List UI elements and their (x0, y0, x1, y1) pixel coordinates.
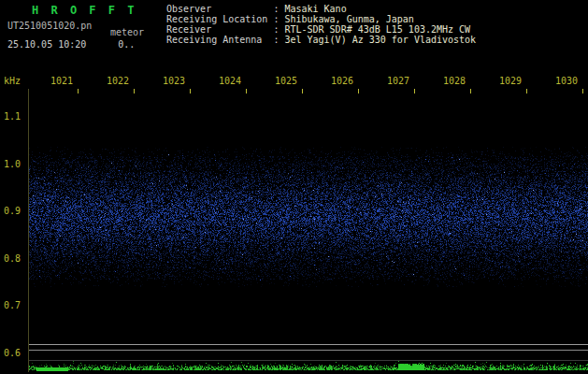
x-tick-label: 1025 (275, 76, 297, 86)
y-tick-label: 0.8 (0, 253, 21, 264)
info-row: Receiver: RTL-SDR SDR# 43dB L15 103.2MHz… (166, 24, 476, 35)
x-tick-label: 1029 (499, 76, 522, 86)
info-value: RTL-SDR SDR# 43dB L15 103.2MHz CW (284, 24, 470, 35)
receiver-info: Observer: Masaki KanoReceiving Location:… (166, 4, 476, 45)
info-label: Receiving Antenna (166, 35, 273, 45)
y-tick-label: 0.7 (0, 300, 21, 310)
x-tick-label: 1030 (555, 76, 578, 86)
info-row: Receiving Antenna: 3el Yagi(V) Az 330 fo… (166, 35, 476, 45)
info-value: 3el Yagi(V) Az 330 for Vladivostok (284, 35, 476, 45)
station-label: meteor (110, 27, 144, 37)
progress-indicator: 0.. (118, 39, 135, 50)
info-row: Receiving Location: Shibukawa, Gunma, Ja… (166, 14, 476, 24)
app-title: H R O F F T (32, 4, 136, 17)
info-value: Shibukawa, Gunma, Japan (284, 14, 413, 24)
info-row: Observer: Masaki Kano (166, 4, 476, 14)
info-label: Observer (166, 4, 273, 14)
y-tick-label: 1.0 (0, 159, 21, 169)
info-label: Receiver (166, 24, 273, 35)
info-value: Masaki Kano (284, 4, 346, 14)
x-tick-label: 1027 (387, 76, 409, 86)
x-tick-label: 1026 (331, 76, 353, 86)
x-axis: 1021102210231024102510261027102810291030 (0, 76, 588, 87)
timestamp-row: 25.10.05 10:200.. (7, 39, 135, 50)
spectrogram-plot (28, 89, 588, 372)
x-tick-label: 1023 (163, 76, 185, 86)
info-label: Receiving Location (166, 14, 273, 24)
info-colon: : (273, 24, 284, 35)
y-axis: 1.11.00.90.80.70.6 (0, 0, 24, 374)
info-colon: : (273, 35, 284, 45)
x-tick-label: 1028 (443, 76, 466, 86)
x-tick-label: 1024 (219, 76, 241, 86)
info-colon: : (273, 4, 284, 14)
y-tick-label: 0.9 (0, 206, 21, 216)
y-tick-label: 1.1 (0, 111, 21, 122)
spectrogram-canvas (29, 89, 588, 372)
hrofft-window: { "app": { "title": "H R O F F T" }, "he… (0, 0, 588, 374)
info-colon: : (273, 14, 284, 24)
x-tick-label: 1021 (50, 76, 73, 86)
x-tick-label: 1022 (107, 76, 129, 86)
y-tick-label: 0.6 (0, 348, 21, 358)
